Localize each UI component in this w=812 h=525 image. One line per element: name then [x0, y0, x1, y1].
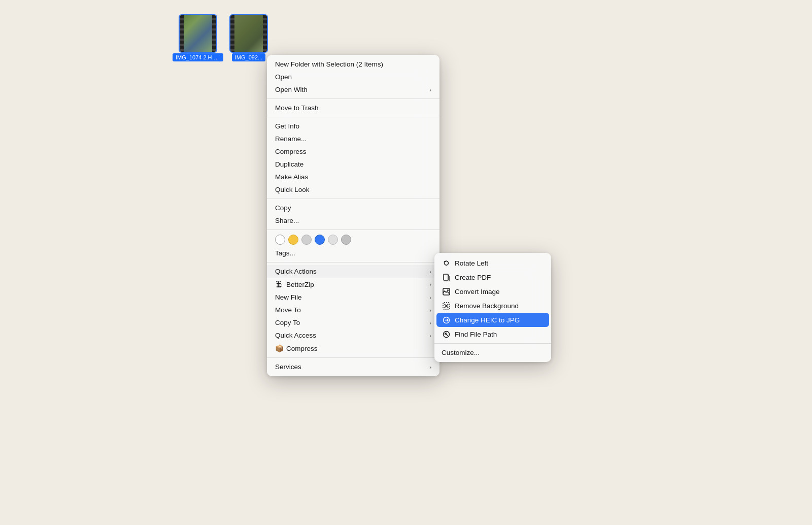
menu-item-rename[interactable]: Rename...: [267, 133, 439, 145]
quick-actions-submenu: Rotate Left Create PDF Convert Image: [434, 253, 551, 362]
menu-item-open[interactable]: Open: [267, 71, 439, 83]
svg-rect-0: [444, 274, 448, 280]
chevron-services-icon: ›: [429, 364, 431, 370]
menu-item-copy-to[interactable]: Copy To ›: [267, 316, 439, 329]
menu-item-quick-look[interactable]: Quick Look: [267, 183, 439, 196]
file-icons-area: IMG_1074 2.HEIC IMG_092...: [173, 15, 267, 61]
menu-item-get-info[interactable]: Get Info: [267, 120, 439, 133]
submenu-item-change-heic[interactable]: Change HEIC to JPG: [436, 313, 549, 327]
submenu-item-create-pdf[interactable]: Create PDF: [434, 270, 551, 284]
menu-item-make-alias[interactable]: Make Alias: [267, 171, 439, 183]
menu-item-share[interactable]: Share...: [267, 214, 439, 227]
chevron-betterzip-icon: ›: [429, 281, 431, 287]
file-item-1[interactable]: IMG_1074 2.HEIC: [173, 15, 223, 61]
menu-item-new-folder-selection[interactable]: New Folder with Selection (2 Items): [267, 58, 439, 71]
chevron-copy-to-icon: ›: [429, 320, 431, 326]
submenu-item-remove-background[interactable]: Remove Background: [434, 299, 551, 313]
remove-background-icon: [442, 301, 451, 310]
betterzip-icon: 🗜: [275, 280, 283, 288]
separator-1: [267, 99, 439, 99]
find-file-path-icon: [442, 330, 451, 339]
tag-dot-blue[interactable]: [315, 235, 325, 245]
file-item-2[interactable]: IMG_092...: [230, 15, 267, 61]
file-label-1: IMG_1074 2.HEIC: [173, 53, 223, 61]
separator-4: [267, 262, 439, 262]
tag-dot-light-gray[interactable]: [301, 235, 312, 245]
chevron-icon: ›: [429, 87, 431, 93]
menu-item-quick-actions[interactable]: Quick Actions ›: [267, 265, 439, 278]
tag-dot-light-gray2[interactable]: [328, 235, 338, 245]
chevron-quick-actions-icon: ›: [429, 269, 431, 275]
create-pdf-icon: [442, 273, 451, 282]
menu-item-move-to-trash[interactable]: Move to Trash: [267, 102, 439, 114]
chevron-move-to-icon: ›: [429, 307, 431, 313]
separator-tags-top: [267, 229, 439, 230]
menu-item-tags[interactable]: Tags...: [267, 247, 439, 259]
menu-item-move-to[interactable]: Move To ›: [267, 304, 439, 316]
submenu-item-convert-image[interactable]: Convert Image: [434, 284, 551, 299]
submenu-item-rotate-left[interactable]: Rotate Left: [434, 256, 551, 270]
tag-dot-gray2[interactable]: [341, 235, 351, 245]
file-thumbnail-1[interactable]: [180, 15, 216, 52]
tag-dot-yellow[interactable]: [288, 235, 298, 245]
menu-item-quick-access[interactable]: Quick Access ›: [267, 329, 439, 342]
desktop: IMG_1074 2.HEIC IMG_092... New Folder wi…: [0, 0, 812, 525]
separator-3: [267, 199, 439, 199]
separator-5: [267, 357, 439, 358]
file-label-2: IMG_092...: [232, 53, 265, 61]
menu-item-new-file[interactable]: New File ›: [267, 291, 439, 304]
separator-2: [267, 117, 439, 117]
compress-icon: 📦: [275, 344, 283, 352]
menu-item-services[interactable]: Services ›: [267, 360, 439, 373]
change-heic-icon: [442, 315, 451, 324]
submenu-separator: [434, 343, 551, 344]
svg-point-2: [447, 289, 449, 291]
convert-image-icon: [442, 287, 451, 296]
submenu-item-find-file-path[interactable]: Find File Path: [434, 327, 551, 341]
context-menu: New Folder with Selection (2 Items) Open…: [267, 55, 439, 376]
rotate-left-icon: [442, 258, 451, 268]
chevron-quick-access-icon: ›: [429, 333, 431, 339]
submenu-item-customize[interactable]: Customize...: [434, 346, 551, 359]
menu-item-betterzip[interactable]: 🗜 BetterZip ›: [267, 278, 439, 291]
menu-item-open-with[interactable]: Open With ›: [267, 83, 439, 96]
tags-row: [267, 233, 439, 247]
file-thumbnail-2[interactable]: [230, 15, 267, 52]
menu-item-copy[interactable]: Copy: [267, 202, 439, 214]
tag-dot-white[interactable]: [275, 235, 285, 245]
menu-item-compress[interactable]: Compress: [267, 145, 439, 158]
menu-item-compress2[interactable]: 📦 Compress: [267, 342, 439, 355]
chevron-new-file-icon: ›: [429, 294, 431, 301]
menu-item-duplicate[interactable]: Duplicate: [267, 158, 439, 171]
